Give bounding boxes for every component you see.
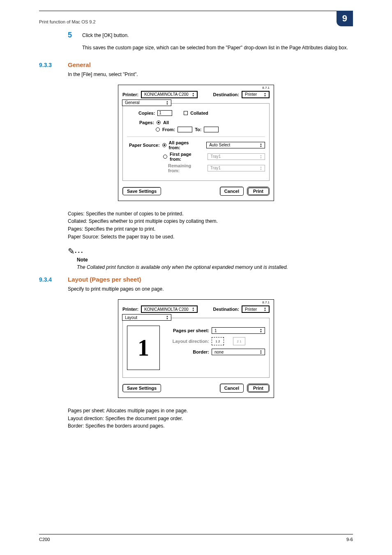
section-number: 9.3.3 bbox=[39, 62, 68, 68]
panel-select[interactable]: General bbox=[122, 99, 171, 106]
from-label: From: bbox=[162, 127, 175, 132]
border-select[interactable]: none bbox=[212, 349, 265, 355]
border-label: Border: bbox=[166, 349, 209, 354]
border-value: none bbox=[214, 350, 224, 354]
pages-all-label: All bbox=[163, 120, 169, 125]
first-page-from-label: First page from: bbox=[170, 152, 201, 162]
auto-select-value: Auto Select bbox=[209, 143, 230, 147]
layout-direction-lr[interactable]: 1 2 bbox=[212, 337, 224, 345]
from-input[interactable] bbox=[178, 127, 192, 132]
save-settings-button[interactable]: Save Settings bbox=[122, 187, 161, 195]
pages-per-sheet-value: 1 bbox=[214, 328, 217, 333]
remaining-tray: Tray1 bbox=[210, 166, 221, 170]
printer-select[interactable]: KONICAMINOLTA C200 bbox=[141, 91, 198, 98]
note-label: Note bbox=[77, 257, 353, 263]
destination-select[interactable]: Printer bbox=[242, 91, 270, 98]
note-text: The Collated print function is available… bbox=[77, 264, 353, 270]
all-pages-from-select[interactable]: Auto Select bbox=[206, 142, 265, 148]
save-settings-button[interactable]: Save Settings bbox=[122, 384, 161, 392]
collated-label: Collated bbox=[190, 111, 208, 116]
step-paragraph: This saves the custom page size, which c… bbox=[82, 44, 353, 51]
layout-direction-rl[interactable]: 2 1 bbox=[233, 337, 245, 345]
section-title: General bbox=[68, 61, 91, 68]
pages-per-sheet-label: Pages per sheet: bbox=[166, 328, 209, 333]
collated-checkbox[interactable] bbox=[184, 111, 188, 115]
printer-select[interactable]: KONICAMINOLTA C200 bbox=[141, 305, 198, 313]
def-layout-direction: Layout direction: Specifies the document… bbox=[68, 415, 353, 423]
printer-value: KONICAMINOLTA C200 bbox=[144, 307, 188, 312]
chapter-badge: 9 bbox=[337, 11, 353, 26]
destination-label: Destination: bbox=[213, 92, 239, 97]
note-block: ✎... Note The Collated print function is… bbox=[68, 246, 353, 270]
def-copies: Copies: Specifies the number of copies t… bbox=[68, 210, 353, 218]
first-page-tray: Tray1 bbox=[210, 154, 221, 159]
printer-label: Printer: bbox=[122, 92, 138, 97]
dialog-version: 8.7.1 bbox=[262, 301, 270, 304]
step-number: 5 bbox=[68, 31, 82, 39]
section-number: 9.3.4 bbox=[39, 276, 68, 283]
step-text: Click the [OK] button. bbox=[82, 31, 129, 38]
copies-input[interactable] bbox=[157, 110, 172, 116]
panel-value: General bbox=[125, 100, 140, 105]
cancel-button[interactable]: Cancel bbox=[220, 187, 244, 196]
footer-left: C200 bbox=[39, 537, 50, 542]
pages-label: Pages: bbox=[139, 120, 154, 125]
pages-from-radio[interactable] bbox=[156, 127, 160, 132]
cancel-button[interactable]: Cancel bbox=[220, 384, 244, 393]
all-pages-from-label: All pages from: bbox=[169, 140, 200, 150]
destination-value: Printer bbox=[245, 92, 257, 97]
def-pages: Pages: Specifies the print range to prin… bbox=[68, 225, 353, 233]
panel-select[interactable]: Layout bbox=[122, 314, 171, 321]
print-button[interactable]: Print bbox=[247, 187, 270, 196]
panel-value: Layout bbox=[125, 315, 137, 320]
remaining-from-select: Tray1 bbox=[208, 165, 265, 171]
def-pps: Pages per sheet: Allocates multiple page… bbox=[68, 407, 353, 415]
destination-label: Destination: bbox=[213, 307, 239, 312]
copies-label: Copies: bbox=[138, 111, 155, 116]
all-pages-from-radio[interactable] bbox=[162, 143, 166, 147]
section-intro: Specify to print multiple pages on one p… bbox=[68, 286, 353, 292]
print-button[interactable]: Print bbox=[247, 384, 270, 393]
dialog-version: 8.7.1 bbox=[262, 86, 270, 90]
def-paper-source: Paper Source: Selects the paper tray to … bbox=[68, 233, 353, 241]
def-collated: Collated: Specifies whether to print mul… bbox=[68, 217, 353, 225]
section-title: Layout (Pages per sheet) bbox=[68, 276, 141, 283]
print-dialog-layout: 8.7.1 Printer: KONICAMINOLTA C200 Destin… bbox=[118, 299, 274, 398]
section-intro: In the [File] menu, select "Print". bbox=[68, 72, 353, 77]
footer-right: 9-6 bbox=[346, 537, 353, 542]
destination-value: Printer bbox=[245, 307, 257, 312]
to-input[interactable] bbox=[204, 127, 219, 132]
first-page-from-radio[interactable] bbox=[163, 155, 167, 159]
print-dialog-general: 8.7.1 Printer: KONICAMINOLTA C200 Destin… bbox=[118, 85, 274, 201]
layout-preview: 1 bbox=[127, 326, 160, 370]
destination-select[interactable]: Printer bbox=[242, 305, 270, 313]
header-title: Print function of Mac OS 9.2 bbox=[39, 19, 96, 24]
printer-value: KONICAMINOLTA C200 bbox=[144, 92, 188, 97]
def-border: Border: Specifies the borders around pag… bbox=[68, 422, 353, 430]
pages-per-sheet-select[interactable]: 1 bbox=[212, 327, 265, 334]
printer-label: Printer: bbox=[122, 307, 138, 312]
paper-source-label: Paper Source: bbox=[127, 143, 160, 148]
pages-all-radio[interactable] bbox=[157, 120, 161, 125]
remaining-from-label: Remaining from: bbox=[168, 163, 201, 173]
first-page-from-select: Tray1 bbox=[208, 153, 265, 160]
note-icon: ✎ bbox=[68, 247, 75, 256]
to-label: To: bbox=[195, 127, 201, 132]
layout-direction-label: Layout direction: bbox=[166, 339, 209, 344]
